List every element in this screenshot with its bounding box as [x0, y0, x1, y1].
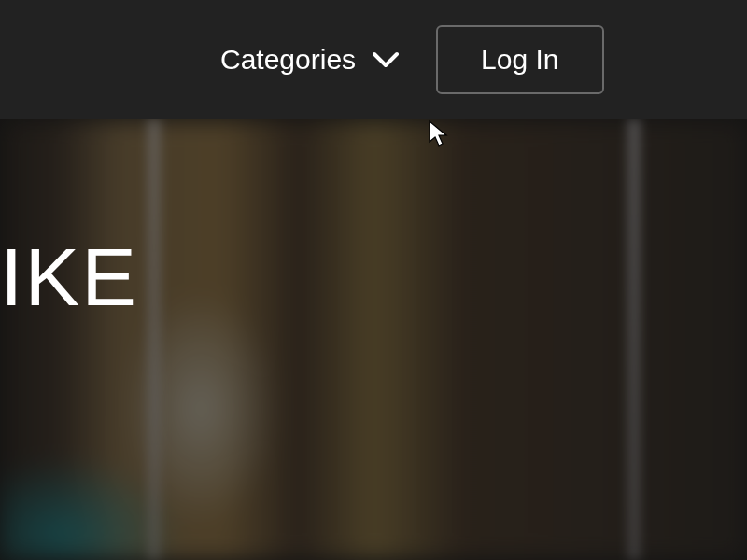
login-button[interactable]: Log In	[436, 25, 603, 94]
categories-label: Categories	[220, 44, 356, 76]
hero-headline: IKE	[0, 230, 138, 325]
login-label: Log In	[481, 44, 558, 75]
top-nav: Categories Log In	[0, 0, 747, 119]
categories-dropdown[interactable]: Categories	[220, 44, 399, 76]
hero-overlay	[0, 119, 747, 560]
hero-section: IKE	[0, 119, 747, 560]
chevron-down-icon	[373, 47, 399, 73]
